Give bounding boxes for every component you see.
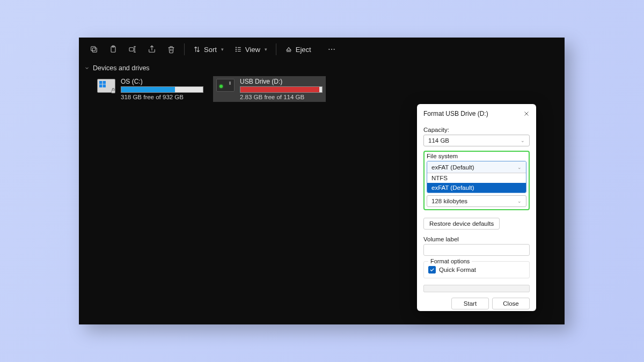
- close-button[interactable]: [521, 108, 532, 119]
- toolbar-separator: [184, 43, 185, 55]
- filesystem-value: exFAT (Default): [431, 164, 474, 171]
- delete-icon[interactable]: [162, 40, 181, 59]
- drive-icon: [216, 79, 236, 94]
- section-header[interactable]: Devices and drives: [79, 61, 565, 75]
- dialog-actions: Start Close: [417, 292, 536, 309]
- close-icon: [523, 110, 530, 117]
- svg-point-9: [331, 49, 332, 50]
- svg-point-8: [328, 49, 330, 50]
- drive-os-c[interactable]: OS (C:) 318 GB free of 932 GB: [94, 76, 207, 102]
- svg-point-6: [236, 49, 236, 49]
- share-icon[interactable]: [142, 40, 162, 59]
- drive-subtitle: 2.83 GB free of 114 GB: [240, 94, 323, 100]
- drive-icon: [97, 79, 116, 94]
- fs-option-exfat[interactable]: exFAT (Default): [427, 183, 526, 193]
- allocation-value: 128 kilobytes: [431, 198, 467, 204]
- sort-button[interactable]: Sort ▾: [188, 40, 229, 59]
- close-dialog-button[interactable]: Close: [492, 298, 530, 309]
- quick-format-row[interactable]: Quick Format: [428, 266, 525, 274]
- svg-rect-0: [92, 48, 97, 52]
- chevron-down-icon: ⌄: [517, 165, 522, 170]
- sort-label: Sort: [204, 46, 217, 54]
- capacity-value: 114 GB: [428, 137, 449, 144]
- quick-format-label: Quick Format: [439, 267, 476, 273]
- check-icon: [429, 267, 435, 272]
- progress-bar: [423, 285, 530, 292]
- capacity-bar: [121, 86, 203, 93]
- svg-point-5: [236, 47, 236, 48]
- format-dialog: Format USB Drive (D:) Capacity: 114 GB ⌄…: [417, 104, 536, 311]
- start-button[interactable]: Start: [451, 298, 489, 309]
- format-options-legend: Format options: [428, 258, 472, 264]
- section-title: Devices and drives: [93, 64, 150, 72]
- chevron-down-icon: [84, 65, 90, 71]
- chevron-down-icon: ⌄: [517, 198, 522, 204]
- drive-title: OS (C:): [121, 78, 203, 85]
- capacity-label: Capacity:: [423, 127, 530, 133]
- drive-subtitle: 318 GB free of 932 GB: [121, 94, 203, 100]
- rename-icon[interactable]: [123, 40, 142, 59]
- volume-label-label: Volume label: [423, 236, 530, 242]
- dialog-body: Capacity: 114 GB ⌄ File system exFAT (De…: [417, 122, 536, 292]
- capacity-bar: [240, 86, 323, 93]
- filesystem-highlight-group: File system exFAT (Default) ⌄ NTFS exFAT…: [423, 151, 530, 210]
- capacity-select[interactable]: 114 GB ⌄: [423, 135, 530, 146]
- toolbar-separator: [276, 43, 276, 55]
- drives-list: OS (C:) 318 GB free of 932 GB USB Drive …: [79, 75, 565, 102]
- svg-point-7: [236, 51, 236, 51]
- toolbar: Sort ▾ View ▾ Eject: [79, 38, 565, 61]
- dialog-title: Format USB Drive (D:): [423, 110, 488, 117]
- svg-rect-1: [91, 47, 96, 51]
- eject-button[interactable]: Eject: [280, 40, 317, 59]
- fs-option-ntfs[interactable]: NTFS: [427, 173, 526, 183]
- svg-rect-11: [112, 90, 115, 93]
- paste-icon[interactable]: [104, 40, 123, 59]
- quick-format-checkbox[interactable]: [428, 266, 436, 274]
- svg-point-10: [333, 49, 334, 50]
- explorer-window: Sort ▾ View ▾ Eject Devices and drives: [79, 38, 565, 324]
- allocation-select[interactable]: 128 kilobytes ⌄: [427, 195, 526, 207]
- eject-label: Eject: [296, 46, 311, 54]
- filesystem-label: File system: [427, 153, 526, 159]
- chevron-down-icon: ▾: [221, 47, 224, 52]
- volume-label-input[interactable]: [423, 244, 530, 256]
- format-options-group: Format options Quick Format: [423, 261, 530, 278]
- filesystem-select[interactable]: exFAT (Default) ⌄ NTFS exFAT (Default): [427, 161, 526, 193]
- drive-usb-d[interactable]: USB Drive (D:) 2.83 GB free of 114 GB: [213, 76, 326, 102]
- chevron-down-icon: ▾: [265, 47, 267, 52]
- copy-icon[interactable]: [84, 40, 104, 59]
- restore-defaults-button[interactable]: Restore device defaults: [423, 218, 500, 230]
- drive-title: USB Drive (D:): [240, 78, 323, 85]
- lock-icon: [109, 87, 117, 94]
- drive-body: OS (C:) 318 GB free of 932 GB: [121, 78, 203, 100]
- dialog-titlebar: Format USB Drive (D:): [417, 104, 536, 122]
- drive-body: USB Drive (D:) 2.83 GB free of 114 GB: [240, 78, 323, 100]
- chevron-down-icon: ⌄: [521, 138, 525, 143]
- view-label: View: [245, 46, 260, 54]
- view-button[interactable]: View ▾: [229, 40, 273, 59]
- svg-rect-4: [129, 48, 134, 51]
- more-icon[interactable]: [322, 40, 341, 59]
